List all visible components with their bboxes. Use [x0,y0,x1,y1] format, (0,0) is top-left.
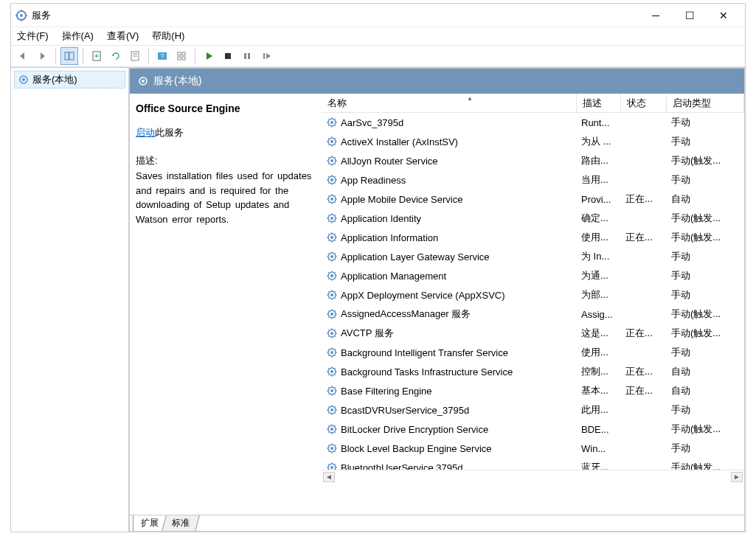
help-button[interactable]: ? [153,47,171,65]
service-gear-icon [326,366,338,378]
service-row[interactable]: Base Filtering Engine基本...正在...自动 [322,381,744,400]
stop-service-button[interactable] [219,47,237,65]
service-row[interactable]: AllJoyn Router Service路由...手动(触发... [322,151,744,170]
scroll-left-icon[interactable]: ◄ [323,472,335,482]
svg-line-102 [328,253,330,254]
service-row[interactable]: AppX Deployment Service (AppXSVC)为部...手动 [322,285,744,305]
menu-file[interactable]: 文件(F) [17,29,49,43]
service-row[interactable]: Background Intelligent Transfer Service使… [322,343,744,362]
export-button[interactable] [88,47,105,65]
cell-startup: 手动(触发... [667,212,744,225]
col-header-desc[interactable]: 描述 [577,94,621,112]
svg-line-212 [328,464,330,465]
close-button[interactable]: ✕ [707,4,741,27]
svg-point-197 [330,447,333,450]
svg-point-137 [330,332,333,335]
service-row[interactable]: BcastDVRUserService_3795d此用...手动 [322,400,744,420]
cell-startup: 自动 [667,192,744,206]
service-gear-icon [326,289,338,301]
service-gear-icon [326,308,338,320]
service-row[interactable]: Application Information使用...正在...手动(触发..… [322,228,744,247]
cell-desc: 为通... [577,269,621,282]
start-service-link[interactable]: 启动 [136,127,155,138]
cell-startup: 手动 [667,288,744,302]
cell-desc: 路由... [577,154,621,167]
options-button[interactable] [173,47,190,65]
restart-service-button[interactable] [257,47,275,65]
service-row[interactable]: Background Tasks Infrastructure Service控… [322,362,744,381]
service-row[interactable]: Application Identity确定...手动(触发... [322,209,744,228]
cell-startup: 自动 [667,384,744,397]
tree-item-label: 服务(本地) [32,73,77,86]
cell-desc: 这是... [577,327,621,340]
cell-startup: 手动(触发... [667,461,744,470]
svg-line-35 [335,119,336,120]
service-row[interactable]: BitLocker Drive Encryption ServiceBDE...… [322,420,744,439]
menu-help[interactable]: 帮助(H) [152,29,184,43]
col-header-startup[interactable]: 启动类型 [667,94,744,112]
svg-point-87 [330,236,333,239]
cell-status: 正在... [621,192,667,206]
svg-point-177 [330,408,333,411]
cell-desc: Win... [577,443,621,454]
svg-line-134 [328,317,330,319]
menu-action[interactable]: 操作(A) [62,29,94,43]
service-row[interactable]: App Readiness当用...手动 [322,170,744,189]
svg-line-205 [335,445,336,446]
forward-button[interactable] [33,47,51,65]
cell-name: Application Layer Gateway Service [322,251,577,262]
service-gear-icon [326,193,338,205]
service-gear-icon [326,136,338,147]
pause-service-button[interactable] [238,47,256,65]
minimize-button[interactable]: ─ [639,4,673,27]
back-button[interactable] [14,47,32,65]
service-row[interactable]: Block Level Backup Engine ServiceWin...手… [322,439,744,458]
horizontal-scrollbar[interactable]: ◄ ► [322,470,744,483]
col-header-status[interactable]: 状态 [621,94,667,112]
cell-startup: 手动 [667,173,744,187]
svg-line-33 [335,125,336,127]
properties-button[interactable] [126,47,144,65]
scroll-right-icon[interactable]: ► [731,472,743,482]
cell-desc: BDE... [577,424,621,435]
service-row[interactable]: Application Layer Gateway Service为 In...… [322,247,744,266]
service-row[interactable]: Application Management为通...手动 [322,266,744,285]
svg-point-187 [330,428,333,431]
cell-name: AllJoyn Router Service [322,155,577,167]
svg-line-53 [335,164,336,165]
svg-line-42 [328,138,330,139]
selected-service-name: Office Source Engine [136,102,316,114]
service-row[interactable]: Apple Mobile Device ServiceProvi...正在...… [322,189,744,209]
menu-view[interactable]: 查看(V) [107,29,139,43]
service-row[interactable]: BluetoothUserService 3795d蓝牙...手动(触发... [322,458,744,470]
svg-line-92 [328,234,330,235]
col-header-name[interactable]: 名称▲ [322,94,577,112]
service-row[interactable]: AVCTP 服务这是...正在...手动(触发... [322,324,744,343]
svg-rect-21 [263,53,265,59]
cell-name: BluetoothUserService 3795d [322,462,577,470]
maximize-button[interactable]: ☐ [673,4,707,27]
services-rows[interactable]: AarSvc_3795dRunt...手动ActiveX Installer (… [322,113,744,470]
svg-line-203 [335,451,336,453]
service-row[interactable]: AarSvc_3795dRunt...手动 [322,113,744,132]
cell-desc: Assig... [577,309,621,320]
refresh-button[interactable] [107,47,125,65]
service-row[interactable]: AssignedAccessManager 服务Assig...手动(触发... [322,305,744,324]
service-gear-icon [326,404,338,416]
service-row[interactable]: ActiveX Installer (AxInstSV)为从 ...手动 [322,132,744,151]
start-service-button[interactable] [200,47,218,65]
cell-name: App Readiness [322,174,577,186]
svg-line-163 [335,375,336,376]
tab-standard[interactable]: 标准 [162,515,200,532]
svg-line-145 [335,330,336,331]
show-hide-tree-button[interactable] [60,47,78,65]
svg-line-85 [335,215,336,216]
svg-rect-14 [178,52,181,55]
svg-point-1 [20,14,23,17]
cell-desc: Runt... [577,117,621,128]
tree-item-services-local[interactable]: 服务(本地) [14,71,125,88]
tree-pane: 服务(本地) [11,68,129,532]
cell-name: ActiveX Installer (AxInstSV) [322,136,577,147]
svg-point-47 [330,159,333,162]
svg-text:?: ? [160,52,164,60]
